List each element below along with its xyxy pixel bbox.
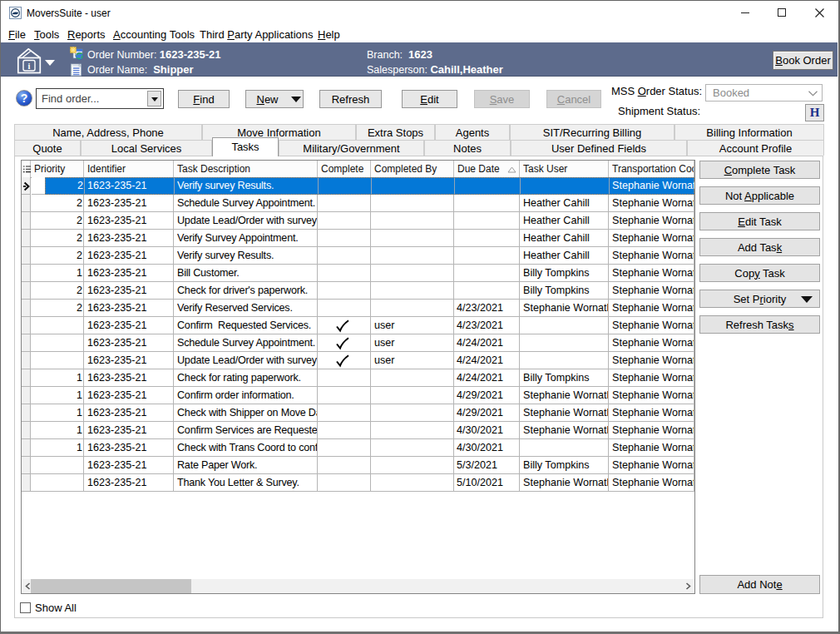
svg-text:i: i — [28, 62, 31, 71]
